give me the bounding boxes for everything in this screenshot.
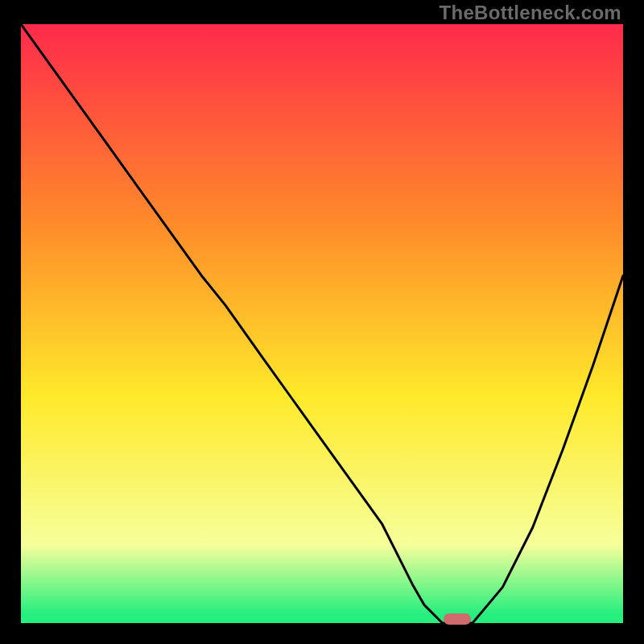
optimal-marker <box>444 613 471 625</box>
watermark-text: TheBottleneck.com <box>440 2 621 24</box>
plot-area <box>21 24 623 623</box>
chart-frame: TheBottleneck.com <box>0 0 644 644</box>
bottleneck-chart <box>21 24 623 623</box>
gradient-background <box>21 24 623 623</box>
